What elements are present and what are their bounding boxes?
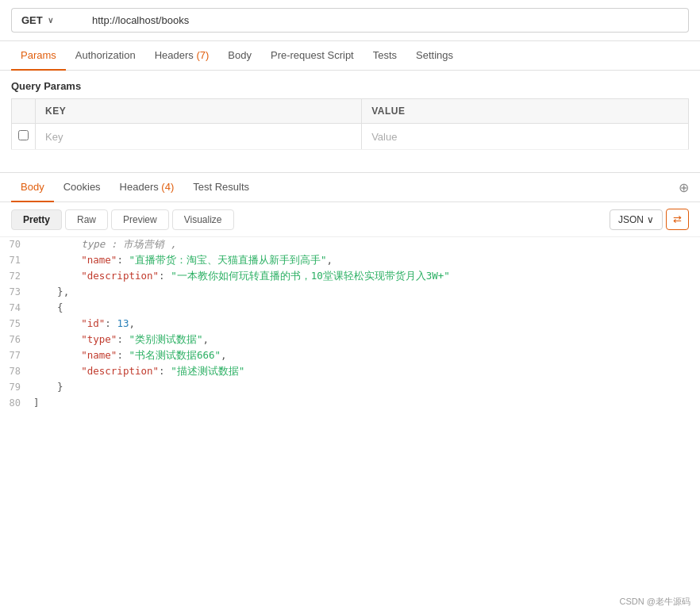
- line-number: 71: [0, 255, 33, 266]
- response-area: Body Cookies Headers (4) Test Results ⊕ …: [0, 173, 700, 412]
- app-container: GET ∨ Params Authorization Headers (7) B…: [0, 0, 700, 614]
- json-line-75: 75 "id": 13,: [0, 317, 700, 332]
- request-tabs: Params Authorization Headers (7) Body Pr…: [0, 41, 700, 71]
- json-line-79: 79 }: [0, 380, 700, 396]
- key-cell[interactable]: Key: [36, 124, 362, 150]
- format-bar: Pretty Raw Preview Visualize JSON ∨ ⇄: [0, 202, 700, 237]
- line-number: 70: [0, 239, 33, 250]
- method-label: GET: [21, 14, 43, 26]
- json-format-select[interactable]: JSON ∨: [610, 209, 663, 230]
- json-line-78: 78 "description": "描述测试数据": [0, 364, 700, 380]
- line-number: 73: [0, 286, 33, 297]
- json-line-74: 74 {: [0, 301, 700, 317]
- row-checkbox[interactable]: [12, 124, 36, 150]
- table-row: Key Value: [12, 124, 689, 150]
- preview-button[interactable]: Preview: [111, 209, 169, 230]
- url-bar: GET ∨: [0, 0, 700, 41]
- line-number: 72: [0, 271, 33, 282]
- tab-params[interactable]: Params: [11, 41, 66, 71]
- json-line-76: 76 "type": "类别测试数据",: [0, 332, 700, 348]
- json-line-80: 80 ]: [0, 396, 700, 412]
- json-line-77: 77 "name": "书名测试数据666",: [0, 348, 700, 364]
- tab-pre-request-script[interactable]: Pre-request Script: [261, 41, 363, 71]
- line-number: 80: [0, 397, 33, 409]
- value-cell[interactable]: Value: [362, 124, 689, 150]
- response-tabs: Body Cookies Headers (4) Test Results: [11, 173, 259, 201]
- json-select-chevron: ∨: [647, 214, 654, 225]
- line-number: 75: [0, 318, 33, 329]
- globe-icon[interactable]: ⊕: [679, 174, 689, 201]
- json-line-72: 72 "description": "一本教你如何玩转直播的书，10堂课轻松实现…: [0, 269, 700, 285]
- method-selector[interactable]: GET ∨: [11, 8, 83, 33]
- wrap-button[interactable]: ⇄: [666, 209, 689, 230]
- json-line-70: 70 type : 市场营销 ,: [0, 237, 700, 253]
- resp-tab-cookies[interactable]: Cookies: [54, 173, 110, 202]
- line-number: 76: [0, 334, 33, 345]
- tab-authorization[interactable]: Authorization: [66, 41, 145, 71]
- url-input[interactable]: [83, 8, 689, 33]
- method-chevron: ∨: [48, 16, 53, 25]
- query-params-section: Query Params KEY VALUE Key: [0, 71, 700, 150]
- line-number: 77: [0, 350, 33, 361]
- line-number: 79: [0, 382, 33, 393]
- wrap-icon: ⇄: [673, 213, 682, 225]
- key-col-header: KEY: [36, 99, 362, 124]
- json-line-73: 73 },: [0, 285, 700, 301]
- json-line-71: 71 "name": "直播带货：淘宝、天猫直播从新手到高手",: [0, 253, 700, 269]
- raw-button[interactable]: Raw: [65, 209, 108, 230]
- line-number: 74: [0, 302, 33, 313]
- visualize-button[interactable]: Visualize: [172, 209, 234, 230]
- watermark: CSDN @老牛源码: [620, 596, 690, 608]
- json-body: 70 type : 市场营销 , 71 "name": "直播带货：淘宝、天猫直…: [0, 237, 700, 412]
- checkbox-col-header: [12, 99, 36, 124]
- tab-settings[interactable]: Settings: [406, 41, 463, 71]
- tab-headers[interactable]: Headers (7): [145, 41, 219, 71]
- response-tabs-row: Body Cookies Headers (4) Test Results ⊕: [0, 173, 700, 202]
- value-col-header: VALUE: [362, 99, 689, 124]
- tab-tests[interactable]: Tests: [363, 41, 406, 71]
- resp-tab-headers[interactable]: Headers (4): [110, 173, 184, 202]
- pretty-button[interactable]: Pretty: [11, 209, 62, 230]
- param-checkbox[interactable]: [18, 130, 29, 140]
- tab-body[interactable]: Body: [218, 41, 261, 71]
- query-params-title: Query Params: [11, 80, 689, 92]
- line-number: 78: [0, 366, 33, 377]
- resp-tab-body[interactable]: Body: [11, 173, 54, 202]
- resp-tab-test-results[interactable]: Test Results: [183, 173, 259, 202]
- params-table: KEY VALUE Key Value: [11, 98, 689, 150]
